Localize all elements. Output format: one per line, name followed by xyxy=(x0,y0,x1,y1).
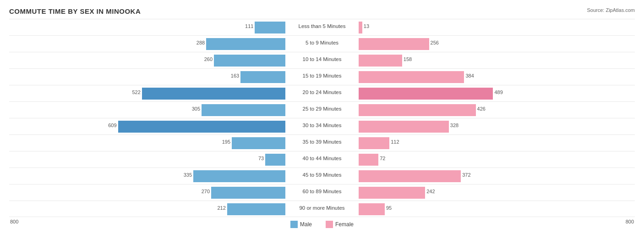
male-bar xyxy=(193,170,285,182)
table-row: 260 10 to 14 Minutes 158 xyxy=(9,52,635,68)
row-label: 30 to 34 Minutes xyxy=(285,123,359,128)
female-value: 158 xyxy=(404,56,412,62)
row-label: 10 to 14 Minutes xyxy=(285,56,359,62)
female-bar xyxy=(359,187,425,199)
legend-female: Female xyxy=(326,221,354,228)
male-value: 163 xyxy=(231,73,239,78)
male-value: 305 xyxy=(192,106,200,112)
male-bar xyxy=(118,121,285,133)
male-value: 288 xyxy=(196,40,205,45)
female-bar xyxy=(359,55,402,67)
male-bar xyxy=(227,203,285,215)
table-row: 270 60 to 89 Minutes 242 xyxy=(9,184,635,201)
male-value: 195 xyxy=(222,139,230,145)
female-legend-label: Female xyxy=(335,221,354,228)
male-value: 609 xyxy=(108,123,116,128)
male-bar xyxy=(240,71,285,83)
female-value: 328 xyxy=(450,123,458,128)
male-value: 260 xyxy=(204,56,213,62)
axis-right: 800 xyxy=(626,219,634,228)
table-row: 212 90 or more Minutes 95 xyxy=(9,201,635,217)
row-label: 25 to 29 Minutes xyxy=(285,106,359,112)
row-label: 45 to 59 Minutes xyxy=(285,172,359,178)
female-bar xyxy=(359,104,476,116)
row-label: Less than 5 Minutes xyxy=(285,23,359,29)
male-bar xyxy=(206,38,285,50)
legend: Male Female xyxy=(290,221,354,228)
table-row: 73 40 to 44 Minutes 72 xyxy=(9,151,635,167)
female-value: 384 xyxy=(465,73,474,78)
female-legend-box xyxy=(326,221,333,228)
female-bar xyxy=(359,154,378,166)
row-label: 90 or more Minutes xyxy=(285,205,359,211)
male-value: 111 xyxy=(245,23,253,29)
female-value: 242 xyxy=(426,189,435,194)
female-value: 95 xyxy=(386,205,392,211)
legend-male: Male xyxy=(290,221,312,228)
table-row: 288 5 to 9 Minutes 256 xyxy=(9,35,635,52)
male-value: 73 xyxy=(258,156,264,161)
male-legend-box xyxy=(290,221,298,228)
table-row: 609 30 to 34 Minutes 328 xyxy=(9,118,635,134)
table-row: 111 Less than 5 Minutes 13 xyxy=(9,19,635,35)
row-label: 40 to 44 Minutes xyxy=(285,156,359,161)
table-row: 522 20 to 24 Minutes 489 xyxy=(9,85,635,101)
table-row: 163 15 to 19 Minutes 384 xyxy=(9,68,635,85)
female-value: 372 xyxy=(462,172,470,178)
female-bar xyxy=(359,121,449,133)
male-bar xyxy=(255,22,285,33)
bars-wrapper: 111 Less than 5 Minutes 13 288 5 to 9 Mi… xyxy=(9,19,635,217)
male-legend-label: Male xyxy=(300,221,312,228)
chart-title: COMMUTE TIME BY SEX IN MINOOKA xyxy=(9,7,635,15)
male-value: 522 xyxy=(132,89,140,95)
female-value: 489 xyxy=(494,89,502,95)
table-row: 195 35 to 39 Minutes 112 xyxy=(9,134,635,151)
male-bar xyxy=(232,137,285,149)
male-bar xyxy=(265,154,285,166)
male-bar xyxy=(211,187,285,199)
female-bar xyxy=(359,38,429,50)
axis-left: 800 xyxy=(10,219,18,228)
male-value: 212 xyxy=(217,205,225,211)
female-value: 72 xyxy=(380,156,385,161)
female-bar xyxy=(359,203,385,215)
female-bar xyxy=(359,137,389,149)
female-bar xyxy=(359,22,362,33)
male-bar xyxy=(214,55,285,67)
table-row: 305 25 to 29 Minutes 426 xyxy=(9,101,635,118)
female-bar xyxy=(359,88,493,100)
row-label: 20 to 24 Minutes xyxy=(285,89,359,95)
male-bar xyxy=(142,88,285,100)
male-bar xyxy=(202,104,285,116)
row-label: 5 to 9 Minutes xyxy=(285,40,359,45)
source-text: Source: ZipAtlas.com xyxy=(587,7,635,13)
male-value: 335 xyxy=(184,172,192,178)
female-value: 256 xyxy=(431,40,439,45)
female-value: 13 xyxy=(364,23,369,29)
row-label: 60 to 89 Minutes xyxy=(285,189,359,194)
table-row: 335 45 to 59 Minutes 372 xyxy=(9,167,635,184)
male-value: 270 xyxy=(202,189,210,194)
row-label: 15 to 19 Minutes xyxy=(285,73,359,78)
chart-container: COMMUTE TIME BY SEX IN MINOOKA Source: Z… xyxy=(0,0,644,240)
female-bar xyxy=(359,170,461,182)
female-value: 112 xyxy=(391,139,399,145)
row-label: 35 to 39 Minutes xyxy=(285,139,359,145)
female-bar xyxy=(359,71,464,83)
female-value: 426 xyxy=(477,106,486,112)
